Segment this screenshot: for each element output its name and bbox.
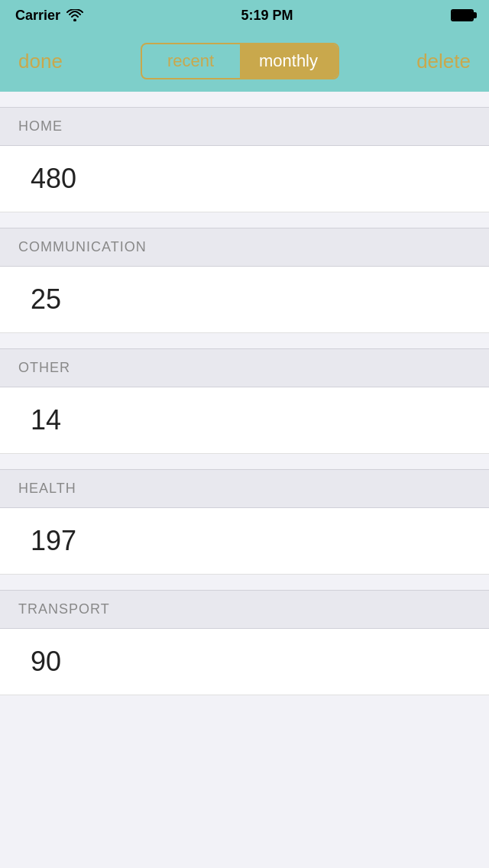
spacer-home [0,92,489,107]
carrier-label: Carrier [15,8,60,24]
section-row-other[interactable]: 14 [0,387,489,454]
battery-fill [452,11,472,20]
section-value-health: 197 [31,525,76,557]
section-value-transport: 90 [31,646,61,678]
section-header-health: HEALTH [0,469,489,508]
section-value-communication: 25 [31,283,61,316]
monthly-tab[interactable]: monthly [240,44,338,78]
status-bar-right [451,9,474,21]
section-header-label-health: HEALTH [18,481,76,496]
section-health: HEALTH197 [0,469,489,575]
section-value-home: 480 [31,163,76,195]
time-display: 5:19 PM [241,8,293,24]
status-bar: Carrier 5:19 PM [0,0,489,31]
section-header-label-transport: TRANSPORT [18,601,110,617]
section-row-communication[interactable]: 25 [0,267,489,333]
section-other: OTHER14 [0,348,489,454]
section-transport: TRANSPORT90 [0,590,489,695]
section-row-home[interactable]: 480 [0,146,489,212]
spacer-transport [0,575,489,590]
spacer-other [0,333,489,348]
spacer-health [0,454,489,469]
wifi-icon [66,9,83,21]
section-row-transport[interactable]: 90 [0,629,489,695]
section-header-transport: TRANSPORT [0,590,489,629]
spacer-communication [0,212,489,228]
segmented-control: recent monthly [141,43,339,79]
battery-icon [451,9,474,21]
content-area: HOME480COMMUNICATION25OTHER14HEALTH197TR… [0,92,489,695]
status-bar-left: Carrier [15,8,83,24]
section-header-communication: COMMUNICATION [0,228,489,267]
section-header-other: OTHER [0,348,489,387]
nav-bar: done recent monthly delete [0,31,489,92]
section-header-home: HOME [0,107,489,146]
done-button[interactable]: done [18,50,63,73]
section-header-label-other: OTHER [18,360,70,375]
recent-tab[interactable]: recent [142,44,240,78]
section-communication: COMMUNICATION25 [0,228,489,333]
section-header-label-home: HOME [18,118,63,134]
section-header-label-communication: COMMUNICATION [18,239,147,254]
delete-button[interactable]: delete [416,50,471,73]
section-value-other: 14 [31,404,61,436]
section-home: HOME480 [0,107,489,212]
section-row-health[interactable]: 197 [0,508,489,575]
